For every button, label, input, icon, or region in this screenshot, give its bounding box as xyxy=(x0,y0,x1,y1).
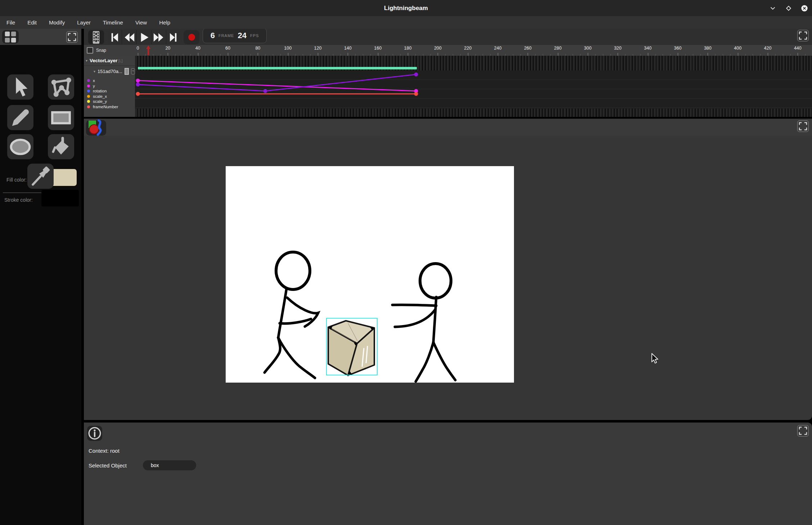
stick-figure-right[interactable] xyxy=(392,264,455,382)
stage-drawing[interactable] xyxy=(226,166,514,383)
diamond-icon xyxy=(785,4,793,12)
ruler-tick xyxy=(498,53,498,56)
frame-value[interactable]: 6 xyxy=(211,31,215,40)
tool-grid-button[interactable] xyxy=(2,30,19,44)
snap-checkbox[interactable] xyxy=(87,47,93,54)
clip-color-swatch[interactable] xyxy=(125,68,129,75)
ruler-tick xyxy=(708,53,708,56)
paint-bucket-tool-button[interactable] xyxy=(48,134,74,159)
ellipse-tool-button[interactable] xyxy=(7,134,33,159)
playhead[interactable] xyxy=(146,45,151,56)
stick-figure-left[interactable] xyxy=(265,252,318,378)
curve-x[interactable] xyxy=(138,74,416,91)
ruler-tick xyxy=(648,53,648,56)
timeline-panel: 6 FRAME 24 FPS Snap 02040608010012014016… xyxy=(84,29,812,117)
property-row-y[interactable]: y xyxy=(84,83,135,89)
disclosure-triangle-icon[interactable]: ▾ xyxy=(86,59,87,63)
transform-icon xyxy=(48,74,74,100)
scene-tab[interactable] xyxy=(86,120,106,136)
ruler-tick xyxy=(588,53,588,56)
layer-row-vectorlayer[interactable]: ▾ VectorLayer [L] xyxy=(84,56,135,66)
select-tool-button[interactable] xyxy=(7,74,33,100)
box-object[interactable] xyxy=(328,321,374,375)
menu-item-edit[interactable]: Edit xyxy=(27,19,37,26)
shapes-icon xyxy=(86,119,106,138)
ruler-tick xyxy=(348,53,348,56)
curve-toggle-button[interactable]: ~ xyxy=(131,68,135,74)
curve-band[interactable] xyxy=(135,70,812,109)
pencil-tool-button[interactable] xyxy=(7,105,33,130)
expand-icon xyxy=(798,30,808,41)
ruler-label: 160 xyxy=(374,46,382,51)
inspector-expand-button[interactable] xyxy=(797,425,809,437)
property-row-scale_y[interactable]: scale_y xyxy=(84,99,135,104)
curves-svg[interactable] xyxy=(135,70,812,109)
snap-label: Snap xyxy=(96,48,106,53)
menu-item-layer[interactable]: Layer xyxy=(77,19,91,26)
clip-duration-bar[interactable] xyxy=(138,67,417,69)
tool-panel-header xyxy=(0,29,81,45)
timeline-ruler[interactable]: 0204060801001201401601802002202402602803… xyxy=(135,45,812,56)
keyframe-x[interactable] xyxy=(136,83,140,87)
menu-item-view[interactable]: View xyxy=(135,19,147,26)
ruler-tick xyxy=(768,53,768,56)
record-icon xyxy=(188,34,195,41)
skip-start-icon xyxy=(107,30,122,44)
skip-end-button[interactable] xyxy=(166,30,181,44)
play-button[interactable] xyxy=(137,30,152,44)
property-row-scale_x[interactable]: scale_x xyxy=(84,94,135,99)
track-area[interactable] xyxy=(135,56,812,117)
minimize-button[interactable] xyxy=(769,4,777,12)
ruler-label: 380 xyxy=(704,46,712,51)
selected-object-value[interactable]: box xyxy=(143,460,196,470)
rectangle-tool-button[interactable] xyxy=(48,105,74,130)
info-button[interactable] xyxy=(87,426,102,441)
frames-row[interactable] xyxy=(135,109,812,117)
property-row-frameNumber[interactable]: frameNumber xyxy=(84,104,135,110)
skip-start-button[interactable] xyxy=(107,30,122,44)
eyedropper-tool-button[interactable] xyxy=(27,164,54,189)
timeline-expand-button[interactable] xyxy=(797,30,809,41)
stroke-color-swatch[interactable] xyxy=(41,190,79,206)
layer-row-clip[interactable]: ▾ 151ad70a... ~ xyxy=(84,66,135,77)
property-list: xyrotationscale_xscale_yframeNumber xyxy=(84,78,135,109)
rectangle-icon xyxy=(48,105,74,131)
film-button[interactable] xyxy=(88,30,104,44)
maximize-button[interactable] xyxy=(785,4,793,12)
disclosure-triangle-icon[interactable]: ▾ xyxy=(94,69,95,73)
keyframe-x[interactable] xyxy=(414,73,418,77)
property-row-rotation[interactable]: rotation xyxy=(84,88,135,94)
canvas-panel xyxy=(84,119,812,420)
close-button[interactable] xyxy=(800,4,808,12)
record-button[interactable] xyxy=(184,30,199,44)
canvas-expand-button[interactable] xyxy=(797,120,809,132)
window-controls xyxy=(769,0,808,16)
ruler-tick xyxy=(198,53,198,56)
pencil-icon xyxy=(7,105,33,131)
keyframe-frameNumber[interactable] xyxy=(136,92,140,96)
fps-value[interactable]: 24 xyxy=(238,31,246,40)
stroke-color-label: Stroke color: xyxy=(4,197,33,203)
keyframe-x[interactable] xyxy=(263,89,267,93)
clip-row[interactable] xyxy=(135,66,812,70)
tool-panel-expand-button[interactable] xyxy=(66,31,78,43)
transform-tool-button[interactable] xyxy=(48,74,74,100)
ruler-label: 360 xyxy=(674,46,682,51)
keyframe-frameNumber[interactable] xyxy=(414,92,418,96)
info-icon xyxy=(87,426,102,441)
ruler-tick xyxy=(528,53,528,56)
property-color-dot xyxy=(87,100,90,103)
property-color-dot xyxy=(87,105,90,108)
property-row-x[interactable]: x xyxy=(84,78,135,83)
grid-icon xyxy=(2,29,19,45)
menu-item-timeline[interactable]: Timeline xyxy=(103,19,123,26)
rewind-button[interactable] xyxy=(122,30,137,44)
menu-item-modify[interactable]: Modify xyxy=(49,19,65,26)
property-label: frameNumber xyxy=(93,105,118,109)
frames-row[interactable] xyxy=(135,56,812,66)
menu-item-help[interactable]: Help xyxy=(159,19,170,26)
stage[interactable] xyxy=(226,166,514,383)
menu-item-file[interactable]: File xyxy=(6,19,15,26)
fast-forward-button[interactable] xyxy=(152,30,166,44)
keyframe-y[interactable] xyxy=(136,79,140,83)
